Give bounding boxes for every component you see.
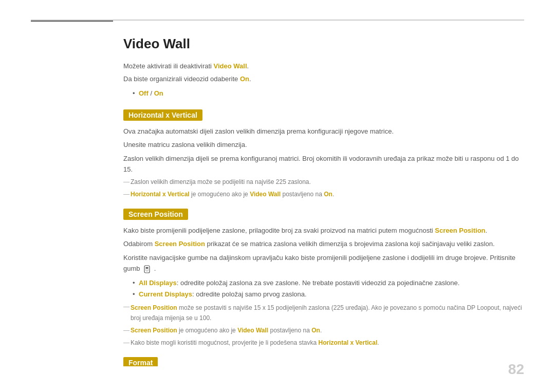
svg-point-3 (147, 269, 149, 270)
intro-bullet-off-on: Off / On (133, 88, 524, 99)
svg-point-4 (146, 270, 147, 271)
sp-line3: Koristite navigacijske gumbe na daljinsk… (123, 252, 524, 274)
hv-line3: Zaslon velikih dimenzija dijeli se prema… (123, 153, 524, 175)
sp-note3: Kako biste mogli koristiti mogućnost, pr… (123, 338, 524, 348)
sp-line1: Kako biste promijenili podijeljene zaslo… (123, 225, 524, 236)
hv-note1: Zaslon velikih dimenzija može se podijel… (123, 177, 524, 187)
page-number: 82 (508, 361, 524, 378)
horizontal-vertical-heading: Horizontal x Vertical (123, 109, 202, 121)
sp-note1: Screen Position može se postaviti s najv… (131, 303, 524, 324)
sp-note2: Screen Position je omogućeno ako je Vide… (123, 326, 524, 335)
content-area: Video Wall Možete aktivirati ili deaktiv… (123, 36, 524, 366)
sp-line2: Odabirom Screen Position prikazat će se … (123, 238, 524, 249)
sp-bullets: All Displays: odredite položaj zaslona z… (133, 277, 524, 300)
svg-rect-0 (144, 266, 150, 273)
svg-point-2 (145, 269, 146, 270)
remote-icon (143, 265, 151, 273)
intro-bullets: Off / On (133, 88, 524, 99)
sp-bullet-all-displays: All Displays: odredite položaj zaslona z… (133, 277, 524, 289)
page-container: Video Wall Možete aktivirati ili deaktiv… (0, 0, 555, 392)
sp-note1-wrap: Screen Position može se postaviti s najv… (123, 303, 524, 324)
sp-bullet-current-displays: Current Displays: odredite položaj samo … (133, 289, 524, 300)
hv-line2: Unesite matricu zaslona velikih dimenzij… (123, 139, 524, 150)
format-heading: Format (123, 357, 158, 366)
top-bar (31, 20, 524, 21)
svg-rect-1 (146, 267, 149, 269)
intro-line2: Da biste organizirali videozid odaberite… (123, 74, 524, 85)
hv-line1: Ova značajka automatski dijeli zaslon ve… (123, 126, 524, 137)
page-title: Video Wall (123, 36, 524, 52)
screen-position-heading: Screen Position (123, 209, 188, 220)
intro-line1: Možete aktivirati ili deaktivirati Video… (123, 61, 524, 72)
hv-note2: Horizontal x Vertical je omogućeno ako j… (123, 190, 524, 199)
